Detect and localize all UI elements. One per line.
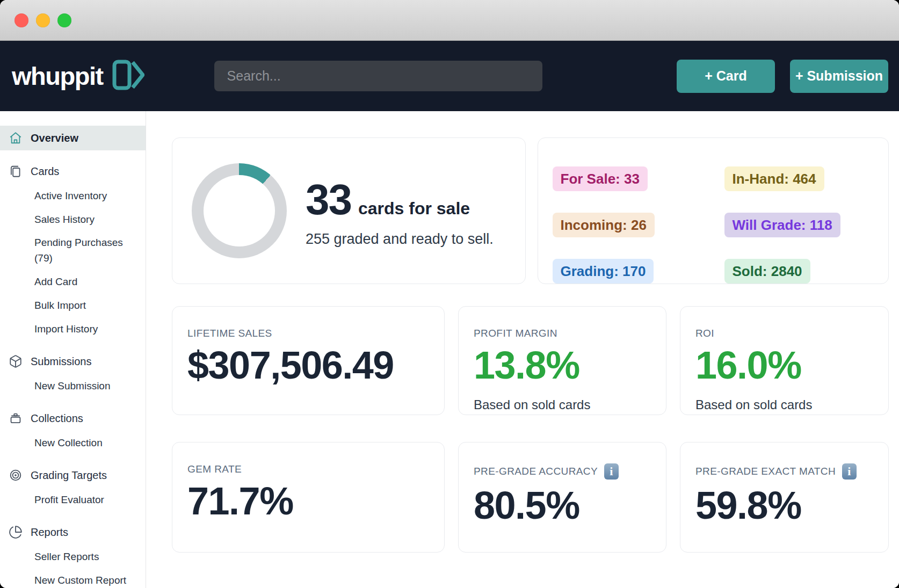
target-icon	[9, 468, 23, 482]
package-icon	[9, 354, 23, 368]
sidebar-subitem-new-collection[interactable]: New Collection	[0, 431, 146, 454]
sidebar-section-reports: ReportsSeller ReportsNew Custom Report	[0, 520, 146, 588]
zoom-window-icon[interactable]	[57, 13, 71, 27]
stat-label: PRE-GRADE EXACT MATCHi	[695, 463, 878, 480]
sidebar-item-label: Submissions	[31, 355, 91, 368]
status-badge-sold[interactable]: Sold: 2840	[724, 259, 810, 284]
stat-label-text: GEM RATE	[187, 463, 242, 475]
search-input[interactable]	[214, 61, 542, 91]
sidebar-item-label: Overview	[31, 132, 78, 144]
app-logo: whuppit	[12, 60, 144, 92]
status-badge-in-hand[interactable]: In-Hand: 464	[724, 166, 824, 191]
status-badge-for-sale[interactable]: For Sale: 33	[553, 166, 648, 191]
sidebar-item-reports[interactable]: Reports	[0, 520, 146, 545]
stat-value: 71.7%	[187, 482, 433, 520]
stat-value: 13.8%	[474, 346, 655, 384]
sidebar-subitem-pending-purchases-79[interactable]: Pending Purchases (79)	[0, 231, 146, 270]
sidebar-section-collections: CollectionsNew Collection	[0, 406, 146, 454]
stat-label-text: PROFIT MARGIN	[474, 328, 557, 339]
sidebar-item-label: Collections	[31, 412, 83, 425]
stat-label: PRE-GRADE ACCURACYi	[474, 463, 655, 480]
pie-chart-icon	[9, 525, 23, 539]
stat-card-pre-grade-accuracy: PRE-GRADE ACCURACYi80.5%	[458, 442, 666, 553]
stat-card-roi: ROI16.0%Based on sold cards	[680, 306, 889, 415]
sidebar-subitem-new-submission[interactable]: New Submission	[0, 374, 146, 397]
stat-label: LIFETIME SALES	[187, 328, 433, 339]
home-icon	[9, 131, 23, 145]
sidebar-item-label: Grading Targets	[31, 469, 107, 482]
for-sale-count: 33	[306, 179, 351, 220]
stat-value: 16.0%	[695, 346, 878, 384]
stat-value: 59.8%	[695, 486, 878, 525]
add-submission-button[interactable]: + Submission	[790, 60, 888, 93]
status-badge-grading[interactable]: Grading: 170	[553, 259, 654, 284]
sidebar-subitem-sales-history[interactable]: Sales History	[0, 207, 146, 231]
info-icon[interactable]: i	[604, 463, 619, 480]
stat-label: ROI	[695, 328, 878, 339]
stat-label-text: ROI	[695, 328, 714, 339]
for-sale-donut-chart	[192, 163, 287, 258]
sidebar-item-label: Reports	[31, 526, 68, 539]
stat-label: PROFIT MARGIN	[474, 328, 655, 339]
sidebar-item-collections[interactable]: Collections	[0, 406, 146, 431]
app-window: whuppit + Card + Submission OverviewCard…	[0, 0, 899, 588]
stats-grid: LIFETIME SALES$307,506.49PROFIT MARGIN13…	[172, 306, 889, 553]
add-card-button[interactable]: + Card	[677, 60, 775, 93]
stat-label-text: PRE-GRADE EXACT MATCH	[695, 466, 836, 477]
stat-value: $307,506.49	[187, 346, 433, 384]
stat-card-gem-rate: GEM RATE71.7%	[172, 442, 445, 553]
sidebar-nav: OverviewCardsActive InventorySales Histo…	[0, 111, 146, 588]
close-window-icon[interactable]	[15, 13, 28, 27]
sidebar-section-submissions: SubmissionsNew Submission	[0, 349, 146, 397]
graded-ready-subtext: 255 graded and ready to sell.	[306, 231, 494, 248]
whuppit-bracket-icon	[112, 60, 144, 92]
sidebar-subitem-new-custom-report[interactable]: New Custom Report	[0, 568, 146, 588]
sidebar-subitem-active-inventory[interactable]: Active Inventory	[0, 184, 146, 207]
sidebar-section-overview: Overview	[0, 126, 146, 150]
stat-label-text: PRE-GRADE ACCURACY	[474, 466, 598, 477]
sidebar-subitem-profit-evaluator[interactable]: Profit Evaluator	[0, 488, 146, 511]
status-badge-incoming[interactable]: Incoming: 26	[553, 213, 655, 237]
stat-note: Based on sold cards	[695, 397, 878, 412]
cards-for-sale-card: 33 cards for sale 255 graded and ready t…	[172, 137, 526, 284]
sidebar-item-submissions[interactable]: Submissions	[0, 349, 146, 374]
sidebar-item-cards[interactable]: Cards	[0, 159, 146, 184]
inventory-status-card: For Sale: 33In-Hand: 464Incoming: 26Will…	[538, 137, 889, 284]
header-actions: + Card + Submission	[677, 60, 888, 93]
sidebar-subitem-add-card[interactable]: Add Card	[0, 270, 146, 293]
overview-page: 33 cards for sale 255 graded and ready t…	[146, 111, 899, 588]
sidebar-item-label: Cards	[31, 165, 59, 178]
macos-titlebar	[0, 0, 899, 41]
summary-row: 33 cards for sale 255 graded and ready t…	[172, 137, 889, 280]
stat-note: Based on sold cards	[474, 397, 655, 412]
for-sale-summary: 33 cards for sale 255 graded and ready t…	[306, 179, 494, 248]
stat-label-text: LIFETIME SALES	[187, 328, 272, 339]
stat-label: GEM RATE	[187, 463, 433, 475]
sidebar-item-overview[interactable]: Overview	[0, 126, 146, 150]
sidebar-item-grading-targets[interactable]: Grading Targets	[0, 463, 146, 488]
for-sale-count-label: cards for sale	[358, 199, 470, 219]
sidebar-subitem-import-history[interactable]: Import History	[0, 317, 146, 340]
status-badge-will-grade[interactable]: Will Grade: 118	[724, 213, 840, 237]
collection-box-icon	[9, 411, 23, 425]
app-shell: OverviewCardsActive InventorySales Histo…	[0, 111, 899, 588]
cards-icon	[9, 164, 23, 178]
minimize-window-icon[interactable]	[36, 13, 50, 27]
stat-card-profit-margin: PROFIT MARGIN13.8%Based on sold cards	[458, 306, 666, 415]
app-header: whuppit + Card + Submission	[0, 41, 899, 111]
sidebar-subitem-bulk-import[interactable]: Bulk Import	[0, 293, 146, 317]
info-icon[interactable]: i	[842, 463, 857, 480]
sidebar-subitem-seller-reports[interactable]: Seller Reports	[0, 545, 146, 568]
sidebar-section-grading-targets: Grading TargetsProfit Evaluator	[0, 463, 146, 511]
sidebar-section-cards: CardsActive InventorySales HistoryPendin…	[0, 159, 146, 340]
stat-value: 80.5%	[474, 486, 655, 525]
stat-card-pre-grade-exact-match: PRE-GRADE EXACT MATCHi59.8%	[680, 442, 889, 553]
logo-wordmark: whuppit	[12, 61, 103, 91]
stat-card-lifetime-sales: LIFETIME SALES$307,506.49	[172, 306, 445, 415]
